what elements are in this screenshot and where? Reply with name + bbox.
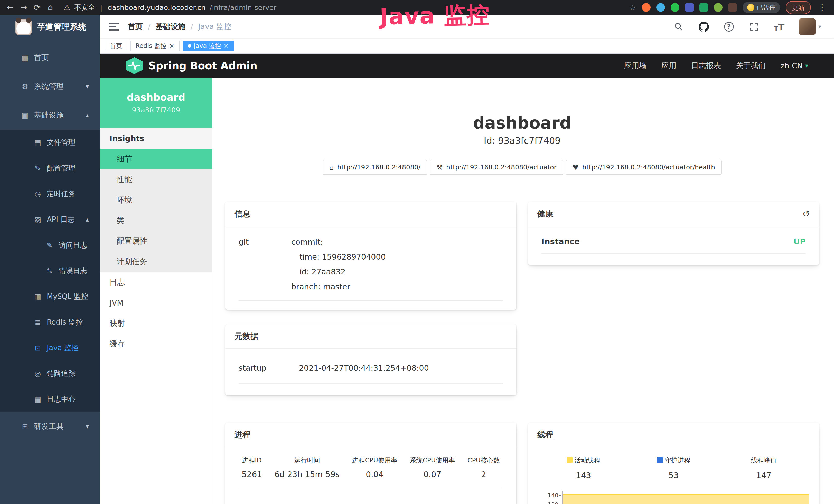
extension-icon[interactable] — [699, 3, 708, 12]
redis-icon — [34, 318, 42, 327]
info-key: git — [239, 235, 291, 250]
tab-home[interactable]: 首页 — [105, 41, 127, 51]
sidebar-item-infrastructure[interactable]: 基础设施 ▴ — [0, 101, 100, 130]
mysql-icon — [34, 293, 42, 301]
sba-item-scheduled-tasks[interactable]: 计划任务 — [100, 251, 212, 272]
health-url-button[interactable]: http://192.168.0.2:48080/actuator/health — [566, 160, 722, 175]
logo-image — [16, 19, 32, 35]
tab-java-monitor[interactable]: Java 监控 — [183, 41, 234, 51]
sba-nav-about[interactable]: 关于我们 — [736, 61, 766, 71]
paused-badge[interactable]: 已暂停 — [743, 2, 780, 13]
sidebar-item-error-logs[interactable]: 错误日志 — [0, 258, 100, 284]
sba-item-environment[interactable]: 环境 — [100, 190, 212, 210]
service-url-button[interactable]: http://192.168.0.2:48080/ — [323, 160, 427, 175]
divider: | — [100, 4, 103, 12]
sba-item-classes[interactable]: 类 — [100, 210, 212, 231]
sidebar-item-mysql-monitor[interactable]: MySQL 监控 — [0, 284, 100, 310]
sidebar-item-access-logs[interactable]: 访问日志 — [0, 232, 100, 258]
app-logo[interactable]: 芋道管理系统 — [0, 15, 100, 39]
breadcrumb-home[interactable]: 首页 — [128, 22, 143, 32]
warning-icon[interactable]: ⚠ — [64, 3, 70, 12]
sidebar-item-java-monitor[interactable]: Java 监控 — [0, 335, 100, 361]
legend-daemon-threads: 守护进程 53 — [629, 456, 719, 480]
sidebar-item-home[interactable]: 首页 — [0, 43, 100, 72]
github-icon[interactable] — [698, 21, 709, 32]
app-header: 首页 / 基础设施 / Java 监控 — [100, 15, 834, 39]
instance-header[interactable]: dashboard 93a3fc7f7409 — [100, 77, 212, 128]
instance-links: http://192.168.0.2:48080/ http://192.168… — [225, 160, 819, 175]
sba-sidebar: dashboard 93a3fc7f7409 Insights 细节 性能 环境… — [100, 77, 213, 504]
card-title: 信息 — [235, 208, 250, 219]
security-label: 不安全 — [74, 3, 95, 12]
sidebar-item-config-mgmt[interactable]: 配置管理 — [0, 155, 100, 181]
sba-item-mappings[interactable]: 映射 — [100, 313, 212, 334]
sba-nav-wallboard[interactable]: 应用墙 — [624, 61, 646, 71]
home-icon — [329, 163, 334, 171]
sba-item-performance[interactable]: 性能 — [100, 169, 212, 190]
trace-icon — [34, 369, 42, 378]
sba-navbar: Spring Boot Admin 应用墙 应用 日志报表 关于我们 zh-CN… — [100, 54, 834, 77]
extension-icon[interactable] — [714, 3, 723, 12]
sidebar-item-tracing[interactable]: 链路追踪 — [0, 361, 100, 386]
legend-peak-threads: 线程峰值 147 — [719, 456, 809, 480]
access-log-icon — [45, 241, 54, 250]
sba-brand[interactable]: Spring Boot Admin — [126, 57, 257, 74]
forward-icon[interactable]: → — [17, 3, 30, 12]
tab-redis-monitor[interactable]: Redis 监控 — [130, 41, 179, 51]
gear-icon — [21, 83, 29, 91]
hamburger-icon[interactable] — [109, 23, 120, 30]
breadcrumb-infrastructure[interactable]: 基础设施 — [156, 22, 185, 32]
java-icon — [34, 344, 42, 352]
address-bar[interactable]: ⚠ 不安全 | dashboard.yudao.iocoder.cn/infra… — [64, 3, 277, 12]
smiley-icon — [747, 4, 754, 11]
history-icon[interactable]: ↺ — [803, 209, 810, 219]
extension-icon[interactable] — [728, 3, 737, 12]
url-path: /infra/admin-server — [210, 4, 277, 12]
api-log-icon — [34, 215, 42, 224]
search-icon[interactable] — [673, 21, 684, 32]
sba-item-config-props[interactable]: 配置属性 — [100, 231, 212, 251]
extension-icon[interactable] — [685, 3, 694, 12]
sidebar-item-scheduled-jobs[interactable]: 定时任务 — [0, 181, 100, 207]
breadcrumb-separator: / — [148, 22, 151, 31]
close-icon[interactable] — [224, 42, 229, 49]
update-button[interactable]: 更新 — [786, 1, 811, 14]
legend-live-threads: 活动线程 143 — [539, 456, 629, 480]
sidebar-item-system[interactable]: 系统管理 ▾ — [0, 72, 100, 101]
sidebar-item-dev-tools[interactable]: 研发工具 ▾ — [0, 412, 100, 441]
extension-icon[interactable] — [642, 3, 651, 12]
home-icon[interactable]: ⌂ — [44, 3, 57, 12]
status-badge: UP — [793, 237, 806, 246]
close-icon[interactable] — [169, 42, 174, 49]
sidebar: 芋道管理系统 首页 系统管理 ▾ 基础设施 ▴ 文件管理 — [0, 15, 100, 504]
sba-item-details[interactable]: 细节 — [100, 148, 212, 169]
font-size-icon[interactable]: TT — [774, 21, 785, 32]
chart-area-live-threads — [563, 494, 809, 504]
extension-icon[interactable] — [671, 3, 679, 12]
sba-nav-journal[interactable]: 日志报表 — [691, 61, 721, 71]
sidebar-item-api-logs[interactable]: API 日志 ▴ — [0, 207, 100, 232]
sba-item-jvm[interactable]: JVM — [100, 293, 212, 313]
back-icon[interactable]: ← — [4, 3, 17, 12]
process-card: 进程 进程ID 5261 运行时间 — [225, 422, 516, 504]
browser-menu-icon[interactable]: ⋮ — [816, 3, 828, 12]
infrastructure-icon — [21, 111, 29, 120]
app-title: 芋道管理系统 — [37, 21, 86, 32]
sidebar-item-redis-monitor[interactable]: Redis 监控 — [0, 310, 100, 335]
sba-item-logs[interactable]: 日志 — [100, 272, 212, 293]
bookmark-star-icon[interactable]: ☆ — [629, 3, 636, 12]
chevron-down-icon: ▾ — [86, 423, 89, 430]
actuator-url-button[interactable]: http://192.168.0.2:48080/actuator — [430, 160, 563, 175]
help-icon[interactable] — [723, 21, 734, 32]
extension-icon[interactable] — [656, 3, 665, 12]
fullscreen-icon[interactable] — [748, 21, 760, 32]
sidebar-item-file-mgmt[interactable]: 文件管理 — [0, 130, 100, 155]
sba-item-caches[interactable]: 缓存 — [100, 334, 212, 354]
sidebar-item-log-center[interactable]: 日志中心 — [0, 386, 100, 412]
locale-selector[interactable]: zh-CN ▾ — [781, 61, 808, 70]
sba-nav-applications[interactable]: 应用 — [661, 61, 676, 71]
breadcrumb-current: Java 监控 — [198, 22, 231, 32]
user-menu[interactable]: ▾ — [799, 18, 821, 35]
info-card: 信息 git commit: time: 1596289704000 id: 2… — [225, 202, 516, 310]
reload-icon[interactable]: ⟳ — [30, 3, 44, 12]
